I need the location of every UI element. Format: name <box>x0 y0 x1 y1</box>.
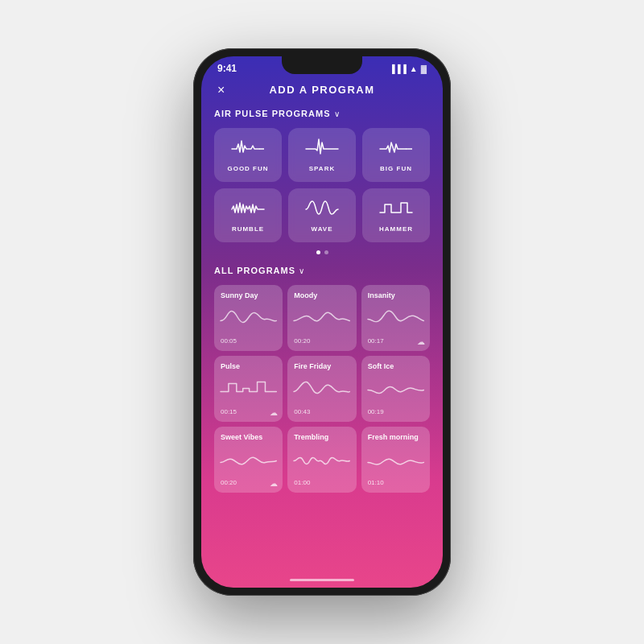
insanity-cloud-icon: ☁ <box>417 337 425 346</box>
sweet-vibes-time: 00:20 <box>221 479 276 486</box>
program-card-trembling[interactable]: Trembling 01:00 <box>287 427 356 493</box>
all-programs-title: ALL PROGRAMS <box>214 266 295 275</box>
sunny-day-wave <box>221 303 276 331</box>
status-time: 9:41 <box>217 63 237 74</box>
program-card-moody[interactable]: Moody 00:20 <box>287 285 356 351</box>
phone-frame: 9:41 ▐▐▐ ▲ ▓ × ADD A PROGRAM AIR PULSE P… <box>193 48 451 596</box>
program-card-insanity[interactable]: Insanity 00:17 ☁ <box>361 285 430 351</box>
fire-friday-name: Fire Friday <box>294 362 349 370</box>
soft-ice-name: Soft Ice <box>368 362 423 370</box>
moody-time: 00:20 <box>294 337 349 345</box>
wifi-icon: ▲ <box>410 64 418 73</box>
pulse-card-big-fun[interactable]: BIG FUN <box>362 128 430 182</box>
program-card-soft-ice[interactable]: Soft Ice 00:19 <box>361 356 430 422</box>
header: × ADD A PROGRAM <box>201 77 443 105</box>
scroll-content[interactable]: AIR PULSE PROGRAMS ∨ GOOD FUN <box>201 105 443 572</box>
pulse-card-hammer[interactable]: HAMMER <box>362 188 430 242</box>
insanity-name: Insanity <box>368 291 423 299</box>
trembling-wave <box>294 444 349 473</box>
sunny-day-name: Sunny Day <box>221 291 276 299</box>
air-pulse-chevron: ∨ <box>334 109 340 118</box>
phone-screen: 9:41 ▐▐▐ ▲ ▓ × ADD A PROGRAM AIR PULSE P… <box>201 56 443 588</box>
sunny-day-time: 00:05 <box>221 337 276 345</box>
air-pulse-section-header: AIR PULSE PROGRAMS ∨ <box>214 109 430 118</box>
pulse-card-spark[interactable]: SPARK <box>288 128 356 182</box>
signal-icon: ▐▐▐ <box>390 64 407 73</box>
notch <box>282 56 362 74</box>
pagination-dot-2 <box>324 250 328 254</box>
wave-icon <box>306 198 338 219</box>
trembling-name: Trembling <box>294 433 349 441</box>
spark-label: SPARK <box>309 165 335 172</box>
good-fun-icon <box>232 138 264 159</box>
rumble-icon <box>232 198 264 219</box>
pulse-card-rumble[interactable]: RUMBLE <box>214 188 282 242</box>
pulse-card-good-fun[interactable]: GOOD FUN <box>214 128 282 182</box>
pulse-time: 00:15 <box>221 408 276 415</box>
good-fun-label: GOOD FUN <box>227 165 268 172</box>
sweet-vibes-wave <box>221 444 276 473</box>
pulse-wave <box>221 374 276 402</box>
fire-friday-time: 00:43 <box>294 408 349 415</box>
all-programs-chevron: ∨ <box>299 266 304 275</box>
program-card-sweet-vibes[interactable]: Sweet Vibes 00:20 ☁ <box>214 427 283 493</box>
insanity-wave <box>368 303 423 331</box>
home-indicator <box>201 572 443 588</box>
battery-icon: ▓ <box>421 64 427 73</box>
program-card-fresh-morning[interactable]: Fresh morning 01:10 <box>361 427 430 493</box>
pulse-card-wave[interactable]: WAVE <box>288 188 356 242</box>
program-card-pulse[interactable]: Pulse 00:15 ☁ <box>214 356 283 422</box>
sweet-vibes-cloud-icon: ☁ <box>270 479 278 488</box>
program-card-fire-friday[interactable]: Fire Friday 00:43 <box>287 356 356 422</box>
fresh-morning-time: 01:10 <box>368 479 423 486</box>
fresh-morning-wave <box>368 444 423 473</box>
moody-wave <box>294 303 349 331</box>
rumble-label: RUMBLE <box>232 225 264 233</box>
all-programs-grid: Sunny Day 00:05 Moody 00:20 Insani <box>214 285 430 493</box>
fresh-morning-name: Fresh morning <box>368 433 423 441</box>
air-pulse-grid: GOOD FUN SPARK <box>214 128 430 242</box>
header-title: ADD A PROGRAM <box>269 84 374 96</box>
pagination-dot-1 <box>316 250 320 254</box>
spark-icon <box>306 138 338 159</box>
big-fun-icon <box>380 138 412 159</box>
status-icons: ▐▐▐ ▲ ▓ <box>390 64 427 73</box>
pagination <box>214 250 430 254</box>
close-button[interactable]: × <box>217 83 225 97</box>
soft-ice-time: 00:19 <box>368 408 423 415</box>
pulse-name: Pulse <box>221 362 276 370</box>
insanity-time: 00:17 <box>368 337 423 345</box>
hammer-label: HAMMER <box>379 225 413 233</box>
home-bar <box>290 579 354 581</box>
pulse-cloud-icon: ☁ <box>270 408 278 417</box>
wave-label: WAVE <box>312 225 333 233</box>
trembling-time: 01:00 <box>294 479 349 486</box>
hammer-icon <box>380 198 412 219</box>
soft-ice-wave <box>368 374 423 402</box>
sweet-vibes-name: Sweet Vibes <box>221 433 276 441</box>
program-card-sunny-day[interactable]: Sunny Day 00:05 <box>214 285 283 351</box>
fire-friday-wave <box>294 374 349 402</box>
all-programs-section-header: ALL PROGRAMS ∨ <box>214 266 430 275</box>
big-fun-label: BIG FUN <box>380 165 412 172</box>
air-pulse-title: AIR PULSE PROGRAMS <box>214 109 331 118</box>
moody-name: Moody <box>294 291 349 299</box>
